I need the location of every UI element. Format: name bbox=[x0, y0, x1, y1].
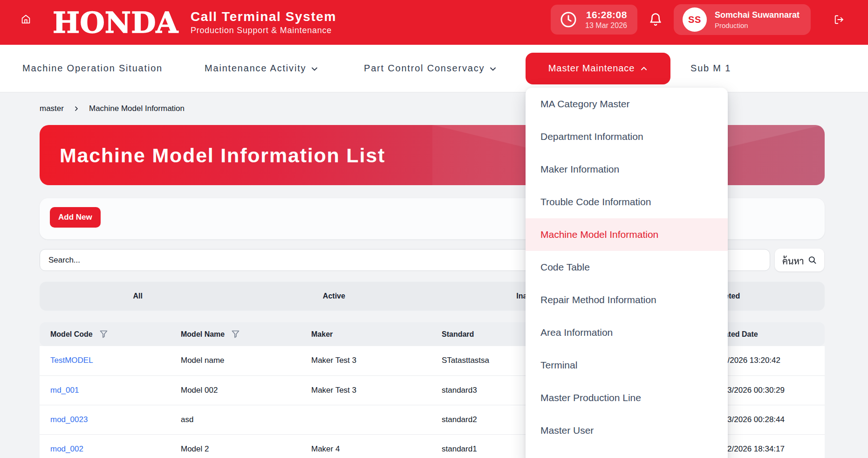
tab-active[interactable]: Active bbox=[236, 282, 432, 311]
breadcrumb-chevron-icon bbox=[74, 106, 79, 111]
tab-all[interactable]: All bbox=[40, 282, 236, 311]
cell-model-name: asd bbox=[170, 405, 301, 434]
nav-master-maintenace[interactable]: Master Maintenace bbox=[526, 53, 670, 84]
nav-sub-m-1[interactable]: Sub M 1 bbox=[690, 45, 731, 92]
nav-machine-operation-situation[interactable]: Machine Operation Situation bbox=[22, 45, 163, 92]
main-nav: Machine Operation Situation Maintenance … bbox=[0, 45, 868, 92]
cell-maker: Maker 4 bbox=[301, 434, 431, 458]
menu-item-code-table[interactable]: Code Table bbox=[526, 251, 728, 284]
cell-maker bbox=[301, 405, 431, 434]
menu-item-repair-method-information[interactable]: Repair Method Information bbox=[526, 284, 728, 316]
breadcrumb: master Machine Model Information bbox=[40, 104, 868, 113]
logout-icon[interactable] bbox=[834, 14, 844, 25]
nav-part-control-conservacy[interactable]: Part Control Conservacy bbox=[364, 45, 497, 92]
notification-bell-icon[interactable] bbox=[649, 12, 662, 27]
menu-item-machine-model-information[interactable]: Machine Model Information bbox=[526, 218, 728, 251]
home-icon[interactable] bbox=[21, 14, 31, 24]
menu-item-trouble-code-information[interactable]: Trouble Code Information bbox=[526, 186, 728, 218]
cell-model-name: Model 2 bbox=[170, 434, 301, 458]
clock-widget: 16:28:08 13 Mar 2026 bbox=[551, 5, 637, 35]
cell-maker: Maker Test 3 bbox=[301, 346, 431, 375]
menu-item-department-information[interactable]: Department Information bbox=[526, 120, 728, 153]
honda-logo: HONDA bbox=[53, 6, 178, 40]
menu-item-maker-information[interactable]: Maker Information bbox=[526, 153, 728, 186]
cell-maker: Maker Test 3 bbox=[301, 375, 431, 405]
add-new-button[interactable]: Add New bbox=[50, 207, 101, 228]
menu-item-ma-category-master[interactable]: MA Category Master bbox=[526, 88, 728, 120]
nav-maintenance-activity[interactable]: Maintenance Activity bbox=[205, 45, 318, 92]
filter-icon[interactable] bbox=[100, 330, 108, 338]
breadcrumb-current: Machine Model Information bbox=[89, 104, 185, 113]
menu-item-master-production-line[interactable]: Master Production Line bbox=[526, 382, 728, 414]
user-name: Somchai Suwannarat bbox=[715, 10, 800, 20]
clock-time: 16:28:08 bbox=[585, 9, 627, 21]
master-maintenance-dropdown: MA Category MasterDepartment Information… bbox=[526, 88, 728, 458]
cell-model-code[interactable]: mod_0023 bbox=[40, 405, 170, 434]
cell-model-code[interactable]: TestMODEL bbox=[40, 346, 170, 375]
chevron-up-icon bbox=[640, 65, 648, 72]
user-menu[interactable]: SS Somchai Suwannarat Production bbox=[674, 4, 811, 35]
menu-item-terminal[interactable]: Terminal bbox=[526, 349, 728, 382]
cell-model-name: Model 002 bbox=[170, 375, 301, 405]
search-button-thai-label bbox=[783, 256, 803, 264]
app-title: Call Terminal System bbox=[191, 9, 336, 24]
col-model-name: Model Name bbox=[181, 330, 225, 339]
col-model-code: Model Code bbox=[50, 330, 93, 339]
menu-item-master-user[interactable]: Master User bbox=[526, 414, 728, 447]
avatar: SS bbox=[683, 7, 707, 32]
clock-date: 13 Mar 2026 bbox=[585, 21, 627, 30]
clock-icon bbox=[560, 11, 577, 28]
filter-icon[interactable] bbox=[232, 330, 239, 338]
search-button[interactable] bbox=[775, 249, 824, 271]
chevron-down-icon bbox=[311, 65, 318, 73]
user-role: Production bbox=[715, 21, 800, 29]
chevron-down-icon bbox=[489, 65, 497, 73]
col-maker: Maker bbox=[301, 322, 431, 346]
menu-item-area-information[interactable]: Area Information bbox=[526, 316, 728, 349]
breadcrumb-master[interactable]: master bbox=[40, 104, 64, 113]
top-bar: HONDA Call Terminal System Production Su… bbox=[0, 0, 868, 45]
search-icon bbox=[808, 256, 817, 264]
cell-model-code[interactable]: mod_002 bbox=[40, 434, 170, 458]
cell-model-name: Model name bbox=[170, 346, 301, 375]
app-subtitle: Production Support & Maintenance bbox=[191, 26, 336, 35]
cell-model-code[interactable]: md_001 bbox=[40, 375, 170, 405]
page-title: Machine Model Information List bbox=[60, 144, 385, 167]
